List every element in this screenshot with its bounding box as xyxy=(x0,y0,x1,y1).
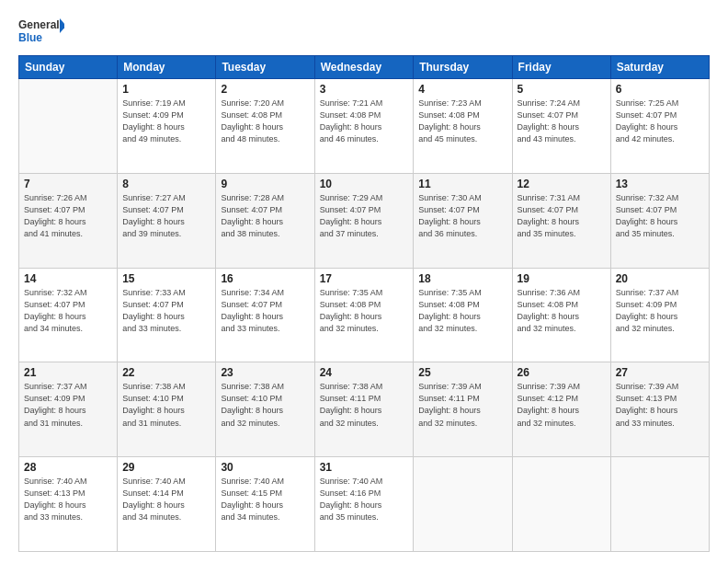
day-info: Sunrise: 7:19 AM Sunset: 4:09 PM Dayligh… xyxy=(122,98,210,145)
calendar-week-row: 7Sunrise: 7:26 AM Sunset: 4:07 PM Daylig… xyxy=(19,173,710,268)
table-row: 19Sunrise: 7:36 AM Sunset: 4:08 PM Dayli… xyxy=(512,268,610,362)
table-row: 18Sunrise: 7:35 AM Sunset: 4:08 PM Dayli… xyxy=(414,268,512,362)
day-number: 12 xyxy=(518,178,606,190)
calendar-header-wednesday: Wednesday xyxy=(314,56,414,79)
table-row: 29Sunrise: 7:40 AM Sunset: 4:14 PM Dayli… xyxy=(118,457,216,552)
svg-marker-2 xyxy=(60,18,64,33)
day-number: 25 xyxy=(418,366,506,379)
day-number: 26 xyxy=(518,366,606,379)
table-row: 17Sunrise: 7:35 AM Sunset: 4:08 PM Dayli… xyxy=(314,268,414,362)
day-number: 6 xyxy=(616,83,704,96)
table-row xyxy=(19,79,118,174)
day-info: Sunrise: 7:37 AM Sunset: 4:09 PM Dayligh… xyxy=(616,287,704,335)
table-row: 3Sunrise: 7:21 AM Sunset: 4:08 PM Daylig… xyxy=(314,79,414,174)
table-row: 13Sunrise: 7:32 AM Sunset: 4:07 PM Dayli… xyxy=(610,173,709,268)
day-info: Sunrise: 7:37 AM Sunset: 4:09 PM Dayligh… xyxy=(24,381,112,429)
day-number: 20 xyxy=(616,272,704,285)
logo-svg: General Blue xyxy=(18,17,64,46)
svg-text:Blue: Blue xyxy=(18,31,42,44)
day-info: Sunrise: 7:29 AM Sunset: 4:07 PM Dayligh… xyxy=(320,192,409,240)
calendar-week-row: 14Sunrise: 7:32 AM Sunset: 4:07 PM Dayli… xyxy=(19,268,710,362)
day-number: 13 xyxy=(616,178,704,190)
day-number: 10 xyxy=(320,178,409,190)
table-row: 12Sunrise: 7:31 AM Sunset: 4:07 PM Dayli… xyxy=(512,173,610,268)
table-row: 30Sunrise: 7:40 AM Sunset: 4:15 PM Dayli… xyxy=(216,457,314,552)
day-number: 4 xyxy=(418,83,506,96)
day-number: 21 xyxy=(24,366,112,379)
table-row xyxy=(512,457,610,552)
calendar-week-row: 28Sunrise: 7:40 AM Sunset: 4:13 PM Dayli… xyxy=(19,457,710,552)
day-info: Sunrise: 7:32 AM Sunset: 4:07 PM Dayligh… xyxy=(616,192,704,240)
table-row: 10Sunrise: 7:29 AM Sunset: 4:07 PM Dayli… xyxy=(314,173,414,268)
day-info: Sunrise: 7:33 AM Sunset: 4:07 PM Dayligh… xyxy=(122,287,210,335)
table-row: 5Sunrise: 7:24 AM Sunset: 4:07 PM Daylig… xyxy=(512,79,610,174)
table-row: 15Sunrise: 7:33 AM Sunset: 4:07 PM Dayli… xyxy=(118,268,216,362)
day-info: Sunrise: 7:24 AM Sunset: 4:07 PM Dayligh… xyxy=(518,98,606,145)
calendar-header-tuesday: Tuesday xyxy=(216,56,314,79)
day-info: Sunrise: 7:32 AM Sunset: 4:07 PM Dayligh… xyxy=(24,287,112,335)
day-info: Sunrise: 7:40 AM Sunset: 4:15 PM Dayligh… xyxy=(221,476,309,523)
calendar-header-row: SundayMondayTuesdayWednesdayThursdayFrid… xyxy=(19,56,710,79)
day-number: 17 xyxy=(320,272,409,285)
table-row: 1Sunrise: 7:19 AM Sunset: 4:09 PM Daylig… xyxy=(118,79,216,174)
day-number: 5 xyxy=(518,83,606,96)
day-number: 22 xyxy=(122,366,210,379)
day-number: 11 xyxy=(418,178,506,190)
day-info: Sunrise: 7:34 AM Sunset: 4:07 PM Dayligh… xyxy=(221,287,309,335)
day-info: Sunrise: 7:31 AM Sunset: 4:07 PM Dayligh… xyxy=(518,192,606,240)
table-row xyxy=(610,457,709,552)
day-number: 2 xyxy=(221,83,309,96)
table-row: 21Sunrise: 7:37 AM Sunset: 4:09 PM Dayli… xyxy=(19,362,118,457)
day-info: Sunrise: 7:39 AM Sunset: 4:12 PM Dayligh… xyxy=(518,381,606,429)
table-row: 6Sunrise: 7:25 AM Sunset: 4:07 PM Daylig… xyxy=(610,79,709,174)
day-info: Sunrise: 7:35 AM Sunset: 4:08 PM Dayligh… xyxy=(418,287,506,335)
day-info: Sunrise: 7:23 AM Sunset: 4:08 PM Dayligh… xyxy=(418,98,506,145)
day-info: Sunrise: 7:36 AM Sunset: 4:08 PM Dayligh… xyxy=(518,287,606,335)
calendar-week-row: 1Sunrise: 7:19 AM Sunset: 4:09 PM Daylig… xyxy=(19,79,710,174)
day-info: Sunrise: 7:38 AM Sunset: 4:10 PM Dayligh… xyxy=(122,381,210,429)
day-number: 23 xyxy=(221,366,309,379)
day-number: 14 xyxy=(24,272,112,285)
day-number: 18 xyxy=(418,272,506,285)
day-info: Sunrise: 7:28 AM Sunset: 4:07 PM Dayligh… xyxy=(221,192,309,240)
day-info: Sunrise: 7:30 AM Sunset: 4:07 PM Dayligh… xyxy=(418,192,506,240)
table-row: 22Sunrise: 7:38 AM Sunset: 4:10 PM Dayli… xyxy=(118,362,216,457)
table-row: 2Sunrise: 7:20 AM Sunset: 4:08 PM Daylig… xyxy=(216,79,314,174)
table-row: 8Sunrise: 7:27 AM Sunset: 4:07 PM Daylig… xyxy=(118,173,216,268)
table-row: 25Sunrise: 7:39 AM Sunset: 4:11 PM Dayli… xyxy=(414,362,512,457)
calendar-week-row: 21Sunrise: 7:37 AM Sunset: 4:09 PM Dayli… xyxy=(19,362,710,457)
table-row: 14Sunrise: 7:32 AM Sunset: 4:07 PM Dayli… xyxy=(19,268,118,362)
day-number: 3 xyxy=(320,83,409,96)
day-info: Sunrise: 7:40 AM Sunset: 4:16 PM Dayligh… xyxy=(320,476,409,523)
svg-text:General: General xyxy=(18,18,60,31)
day-number: 9 xyxy=(221,178,309,190)
day-info: Sunrise: 7:25 AM Sunset: 4:07 PM Dayligh… xyxy=(616,98,704,145)
table-row: 4Sunrise: 7:23 AM Sunset: 4:08 PM Daylig… xyxy=(414,79,512,174)
day-info: Sunrise: 7:21 AM Sunset: 4:08 PM Dayligh… xyxy=(320,98,409,145)
calendar-header-thursday: Thursday xyxy=(414,56,512,79)
day-info: Sunrise: 7:38 AM Sunset: 4:10 PM Dayligh… xyxy=(221,381,309,429)
table-row: 20Sunrise: 7:37 AM Sunset: 4:09 PM Dayli… xyxy=(610,268,709,362)
day-info: Sunrise: 7:38 AM Sunset: 4:11 PM Dayligh… xyxy=(320,381,409,429)
table-row: 11Sunrise: 7:30 AM Sunset: 4:07 PM Dayli… xyxy=(414,173,512,268)
day-info: Sunrise: 7:40 AM Sunset: 4:14 PM Dayligh… xyxy=(122,476,210,523)
day-number: 16 xyxy=(221,272,309,285)
logo: General Blue xyxy=(18,17,64,46)
day-number: 28 xyxy=(24,461,112,474)
day-number: 31 xyxy=(320,461,409,474)
table-row: 23Sunrise: 7:38 AM Sunset: 4:10 PM Dayli… xyxy=(216,362,314,457)
table-row: 31Sunrise: 7:40 AM Sunset: 4:16 PM Dayli… xyxy=(314,457,414,552)
day-number: 1 xyxy=(122,83,210,96)
day-info: Sunrise: 7:40 AM Sunset: 4:13 PM Dayligh… xyxy=(24,476,112,523)
day-number: 27 xyxy=(616,366,704,379)
day-number: 24 xyxy=(320,366,409,379)
calendar-header-monday: Monday xyxy=(118,56,216,79)
table-row: 24Sunrise: 7:38 AM Sunset: 4:11 PM Dayli… xyxy=(314,362,414,457)
calendar-header-saturday: Saturday xyxy=(610,56,709,79)
table-row xyxy=(414,457,512,552)
table-row: 26Sunrise: 7:39 AM Sunset: 4:12 PM Dayli… xyxy=(512,362,610,457)
calendar-header-sunday: Sunday xyxy=(19,56,118,79)
day-info: Sunrise: 7:20 AM Sunset: 4:08 PM Dayligh… xyxy=(221,98,309,145)
table-row: 27Sunrise: 7:39 AM Sunset: 4:13 PM Dayli… xyxy=(610,362,709,457)
day-info: Sunrise: 7:27 AM Sunset: 4:07 PM Dayligh… xyxy=(122,192,210,240)
